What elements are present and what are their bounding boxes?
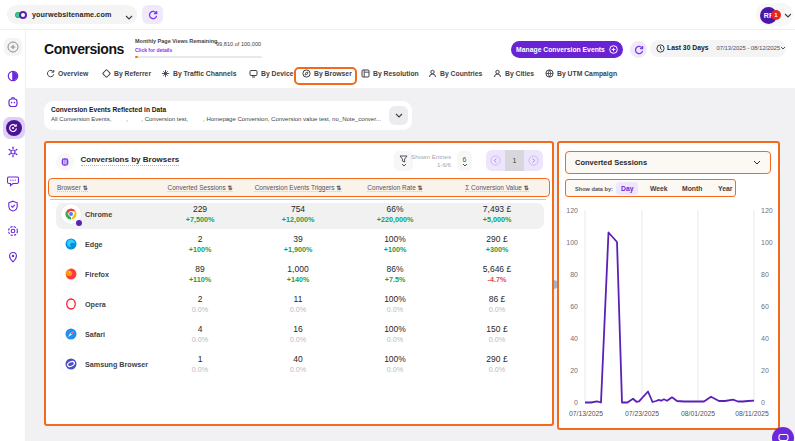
svg-text:20: 20 <box>761 367 769 374</box>
svg-text:120: 120 <box>761 207 773 214</box>
svg-text:80: 80 <box>761 271 769 278</box>
svg-text:0: 0 <box>574 399 578 406</box>
svg-text:40: 40 <box>761 335 769 342</box>
svg-text:08/01/2025: 08/01/2025 <box>681 410 715 417</box>
svg-text:100: 100 <box>566 239 578 246</box>
svg-text:60: 60 <box>761 303 769 310</box>
svg-text:60: 60 <box>570 303 578 310</box>
svg-text:08/11/2025: 08/11/2025 <box>735 410 769 417</box>
svg-text:100: 100 <box>761 239 773 246</box>
svg-text:120: 120 <box>566 207 578 214</box>
svg-text:80: 80 <box>570 271 578 278</box>
svg-text:07/13/2025: 07/13/2025 <box>569 410 603 417</box>
svg-text:40: 40 <box>570 335 578 342</box>
svg-text:07/23/2025: 07/23/2025 <box>625 410 659 417</box>
svg-text:20: 20 <box>570 367 578 374</box>
svg-text:0: 0 <box>761 399 765 406</box>
